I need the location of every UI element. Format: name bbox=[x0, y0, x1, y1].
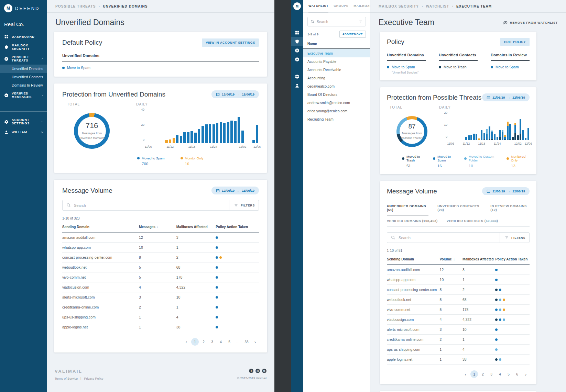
name-column-header[interactable]: Name bbox=[303, 40, 370, 49]
table-row[interactable]: weboutlook.net568 bbox=[387, 295, 530, 305]
sidebar-item-dashboard[interactable]: DASHBOARD bbox=[0, 32, 47, 41]
column-header-policy-action-taken[interactable]: Policy Action Taken bbox=[495, 255, 530, 265]
filters-button[interactable]: FILTERS bbox=[500, 233, 525, 243]
pagination-page-3[interactable]: 3 bbox=[208, 338, 216, 346]
column-header-mailboxes-affected[interactable]: Mailboxes Affected bbox=[462, 255, 495, 265]
panel-search-input[interactable] bbox=[315, 20, 356, 24]
sidebar-item-verified-messages[interactable]: VERIFIED MESSAGES bbox=[0, 89, 47, 101]
pagination-page-[interactable]: ... bbox=[234, 338, 242, 346]
rail-item-person[interactable] bbox=[291, 81, 303, 90]
date-range-badge[interactable]: 11/06/19 → 12/06/19 bbox=[482, 93, 530, 101]
table-row[interactable]: apple-logins.net138 bbox=[62, 322, 259, 332]
policy-action-link[interactable]: Move to Spam bbox=[496, 65, 519, 69]
table-row[interactable]: vivo-comm.net5178 bbox=[62, 272, 259, 282]
watchlist-item-ceo-realco-com[interactable]: ceo@realco.com bbox=[303, 82, 370, 90]
pagination-next[interactable]: › bbox=[522, 370, 530, 378]
rail-item-shield[interactable] bbox=[291, 37, 303, 46]
breadcrumb-item-watchlist[interactable]: WATCHLIST bbox=[426, 4, 449, 8]
watchlist-item-accounts-receivable[interactable]: Accounts Receivable bbox=[303, 66, 370, 74]
rail-item-grid[interactable] bbox=[291, 28, 303, 37]
pagination-page-5[interactable]: 5 bbox=[226, 338, 233, 346]
add-remove-button[interactable]: ADD/REMOVE bbox=[339, 31, 366, 38]
rail-item-gear[interactable] bbox=[291, 72, 303, 81]
rail-item-check-circle[interactable] bbox=[291, 55, 303, 64]
pagination-page-3[interactable]: 3 bbox=[488, 370, 495, 378]
column-header-volume[interactable]: Volume↓ bbox=[440, 255, 462, 265]
table-row[interactable]: weboutlook.net568 bbox=[62, 262, 259, 272]
tab-verified-domains-108-453[interactable]: VERIFIED DOMAINS (108,453) bbox=[387, 215, 438, 226]
remove-from-watchlist-button[interactable]: REMOVE FROM WATCHLIST bbox=[503, 20, 558, 25]
pagination-prev[interactable]: ‹ bbox=[183, 338, 190, 346]
edit-policy-button[interactable]: EDIT POLICY bbox=[500, 38, 530, 46]
pagination-page-5[interactable]: 5 bbox=[505, 370, 512, 378]
policy-action-link[interactable]: Move to Spam bbox=[67, 66, 90, 70]
table-row[interactable]: ups-us-shipping.com14 bbox=[387, 345, 530, 355]
sidebar-subitem-domains-in-review[interactable]: Domains In Review bbox=[0, 81, 47, 89]
column-header-messages[interactable]: Messages↓ bbox=[139, 222, 176, 232]
breadcrumb-item-possible-threats[interactable]: POSSIBLE THREATS bbox=[55, 4, 96, 8]
pagination-page-33[interactable]: 33 bbox=[243, 338, 250, 346]
table-row[interactable]: apple-logins.net138 bbox=[387, 355, 530, 365]
table-row[interactable]: whatspp-app.com101 bbox=[387, 275, 530, 285]
table-row[interactable]: amazon-audibill.com123 bbox=[387, 265, 530, 275]
tab-unverified-contacts-23[interactable]: UNVERIFIED CONTACTS (23) bbox=[437, 201, 481, 215]
email-icon[interactable]: ✉ bbox=[262, 369, 266, 373]
watchlist-item-accounting[interactable]: Accounting bbox=[303, 74, 370, 82]
panel-filter-button[interactable] bbox=[356, 20, 363, 24]
table-row[interactable]: concast-processing-center.com82 bbox=[62, 253, 259, 262]
sidebar-item-mailbox-security[interactable]: MAILBOX SECURITY bbox=[0, 41, 47, 53]
table-row[interactable]: viadocusign.com44,322 bbox=[387, 315, 530, 325]
twitter-icon[interactable]: t bbox=[249, 369, 253, 373]
watchlist-item-erica-young-realco-com[interactable]: erica.young@realco.com bbox=[303, 107, 370, 115]
sidebar-subitem-unverified-domains[interactable]: Unverified Domains bbox=[0, 65, 47, 73]
table-row[interactable]: creditkarna-online.com21 bbox=[387, 335, 530, 345]
linkedin-icon[interactable]: in bbox=[255, 369, 260, 373]
column-header-policy-action-taken[interactable]: Policy Action Taken bbox=[216, 222, 259, 232]
table-row[interactable]: alerts-microsoft.com310 bbox=[62, 292, 259, 302]
table-row[interactable]: ups-us-shipping.com14 bbox=[62, 312, 259, 322]
pagination-page-4[interactable]: 4 bbox=[217, 338, 225, 346]
panel-tab-watchlist[interactable]: WATCHLIST bbox=[308, 0, 328, 12]
date-range-badge[interactable]: 12/06/19 → 11/06/19 bbox=[211, 90, 259, 98]
table-row[interactable]: viadocusign.com44,322 bbox=[62, 282, 259, 292]
tab-in-review-domains-12[interactable]: IN REVIEW DOMAINS (12) bbox=[490, 201, 530, 215]
pagination-page-1[interactable]: 1 bbox=[191, 338, 199, 346]
watchlist-item-recruiting-team[interactable]: Recruiting Team bbox=[303, 115, 370, 123]
column-header-mailboxes-affected[interactable]: Mailboxes Affected bbox=[176, 222, 216, 232]
rail-item-x-circle[interactable] bbox=[291, 46, 303, 55]
table-row[interactable]: vivo-comm.net5178 bbox=[387, 305, 530, 315]
policy-action-link[interactable]: Move to Spam bbox=[392, 65, 415, 69]
sidebar-item-account-settings[interactable]: ACCOUNT SETTINGS bbox=[0, 116, 47, 127]
pagination-page-1[interactable]: 1 bbox=[470, 370, 478, 378]
pagination-page-2[interactable]: 2 bbox=[200, 338, 207, 346]
watchlist-item-accounts-payable[interactable]: Accounts Payable bbox=[303, 57, 370, 66]
sidebar-item-possible-threats[interactable]: POSSIBLE THREATS bbox=[0, 53, 47, 65]
tab-verified-contacts-50-333[interactable]: VERIFIED CONTACTS (50,333) bbox=[447, 215, 498, 226]
sidebar-subitem-unverified-contacts[interactable]: Unverified Contacts bbox=[0, 73, 47, 81]
table-row[interactable]: whatspp-app.com101 bbox=[62, 243, 259, 253]
pagination-page-6[interactable]: 6 bbox=[513, 370, 521, 378]
watchlist-item-board-of-directors[interactable]: Board Of Directors bbox=[303, 90, 370, 99]
pagination-prev[interactable]: ‹ bbox=[462, 370, 469, 378]
filters-button[interactable]: FILTERS bbox=[229, 200, 255, 210]
pagination-page-2[interactable]: 2 bbox=[479, 370, 487, 378]
column-header-sending-domain[interactable]: Sending Domain bbox=[62, 222, 139, 232]
date-range-badge[interactable]: 12/06/19 → 11/06/19 bbox=[211, 187, 259, 194]
watchlist-item-andrew-smith-realco-com[interactable]: andrew.smith@realco.com bbox=[303, 99, 370, 107]
view-in-account-settings-button[interactable]: VIEW IN ACCOUNT SETTINGS bbox=[202, 38, 259, 47]
search-input[interactable] bbox=[71, 203, 229, 208]
table-row[interactable]: amazon-audibill.com123 bbox=[62, 232, 259, 243]
footer-link-terms-of-service[interactable]: Terms of Service bbox=[55, 377, 78, 380]
sidebar-item-william[interactable]: WILLIAM bbox=[0, 127, 47, 137]
breadcrumb-item-mailbox-security[interactable]: MAILBOX SECURITY bbox=[379, 4, 419, 8]
footer-link-privacy-policy[interactable]: Privacy Policy bbox=[84, 377, 103, 380]
tab-unverified-domains-51[interactable]: UNVERIFIED DOMAINS (51) bbox=[387, 201, 428, 215]
pagination-page-4[interactable]: 4 bbox=[496, 370, 504, 378]
panel-tab-groups[interactable]: GROUPS bbox=[334, 0, 348, 12]
column-header-sending-domain[interactable]: Sending Domain bbox=[387, 255, 440, 265]
watchlist-item-executive-team[interactable]: Executive Team bbox=[303, 49, 370, 57]
date-range-badge[interactable]: 11/06/19 → 12/06/19 bbox=[482, 187, 530, 195]
table-row[interactable]: alerts-microsoft.com310 bbox=[387, 325, 530, 335]
search-input[interactable] bbox=[395, 236, 500, 240]
pagination-next[interactable]: › bbox=[251, 338, 259, 346]
